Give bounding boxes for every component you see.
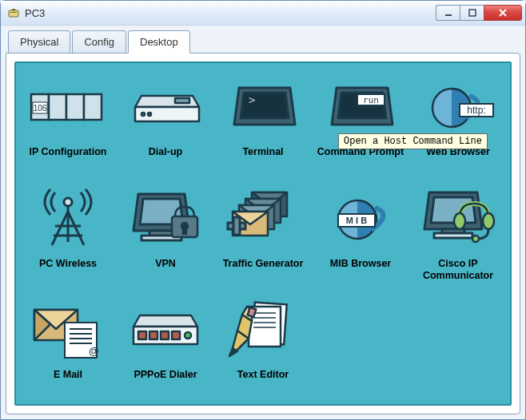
svg-rect-68 [172,331,180,339]
app-label: VPN [155,258,176,282]
svg-rect-0 [9,10,18,17]
tab-desktop[interactable]: Desktop [128,30,190,53]
app-terminal[interactable]: > Terminal [219,69,307,175]
pc-wireless-icon [28,181,108,258]
svg-marker-80 [229,348,237,356]
ip-configuration-icon: 106 [28,69,108,146]
app-label: MIB Browser [330,258,391,282]
text-editor-icon [223,292,303,369]
svg-rect-1 [10,12,17,13]
app-label: Text Editor [237,369,289,393]
app-label: PC Wireless [39,258,97,282]
app-mib-browser[interactable]: M I B MIB Browser [317,181,404,287]
app-cisco-ip-communicator[interactable]: Cisco IP Communicator [414,181,502,287]
app-traffic-generator[interactable]: Traffic Generator [219,181,307,287]
svg-rect-66 [149,331,157,339]
app-label: Dial-up [149,146,182,170]
svg-rect-3 [445,14,452,16]
svg-text:106: 106 [34,104,47,113]
svg-text:@: @ [89,345,99,357]
titlebar[interactable]: PC3 [1,1,525,25]
client-area: Physical Config Desktop [1,25,525,419]
svg-rect-50 [434,233,472,238]
app-label: Traffic Generator [223,258,304,282]
svg-rect-79 [248,307,257,317]
app-email[interactable]: @ E Mail [24,292,112,398]
svg-point-15 [148,113,151,116]
application-window: PC3 Physical Config Desktop [0,0,526,420]
maximize-button[interactable] [460,5,484,21]
email-icon: @ [28,292,108,369]
close-button[interactable] [484,5,522,21]
tab-physical[interactable]: Physical [8,30,70,53]
app-label: IP Configuration [30,146,107,170]
terminal-icon: > [223,69,303,146]
svg-rect-4 [469,10,476,16]
app-vpn[interactable]: VPN [122,181,209,287]
tab-config[interactable]: Config [72,30,126,53]
window-title: PC3 [25,7,436,19]
app-command-prompt[interactable]: run Command Prompt [317,69,404,175]
app-label: PPPoE Dialer [133,369,197,393]
dialup-icon [126,69,205,146]
svg-text:run: run [363,95,379,105]
window-controls [436,5,522,21]
svg-rect-6 [49,94,66,120]
svg-point-69 [185,332,191,339]
svg-rect-7 [66,94,84,120]
mib-browser-icon: M I B [321,181,400,258]
app-icon [7,6,20,19]
svg-point-26 [64,198,72,206]
ip-communicator-icon [418,181,498,258]
pppoe-dialer-icon [126,292,205,369]
svg-rect-8 [84,94,102,120]
app-web-browser[interactable]: http: Web Browser [414,69,502,175]
svg-rect-43 [233,217,240,235]
app-label: E Mail [54,369,82,393]
svg-rect-33 [183,228,186,234]
svg-point-53 [472,236,479,242]
svg-text:http:: http: [467,105,485,116]
app-pppoe-dialer[interactable]: PPPoE Dialer [122,292,209,398]
svg-text:M I B: M I B [346,216,367,225]
app-dialup[interactable]: Dial-up [122,69,209,175]
svg-rect-2 [12,9,15,10]
svg-rect-13 [175,98,189,103]
empty-cell [414,292,502,398]
app-label: Cisco IP Communicator [414,258,502,282]
vpn-icon [126,181,205,258]
app-pc-wireless[interactable]: PC Wireless [24,181,112,287]
svg-rect-65 [138,331,146,339]
svg-rect-67 [161,331,169,339]
tab-bar: Physical Config Desktop [8,30,520,53]
minimize-button[interactable] [436,5,460,21]
tooltip: Open a Host Command Line [338,133,488,149]
app-label: Web Browser [426,146,490,170]
app-text-editor[interactable]: Text Editor [219,292,307,398]
traffic-generator-icon [223,181,303,258]
svg-point-52 [483,213,494,229]
svg-point-14 [141,113,145,116]
svg-marker-63 [133,315,197,327]
app-label: Command Prompt [317,146,404,170]
svg-text:>: > [249,93,255,106]
svg-marker-17 [241,93,289,118]
desktop-area: 106 IP Configuration [14,61,512,406]
svg-point-51 [454,213,465,229]
app-ip-configuration[interactable]: 106 IP Configuration [24,69,112,175]
empty-cell [317,292,404,398]
app-label: Terminal [242,146,283,170]
tab-panel: 106 IP Configuration [6,53,520,414]
